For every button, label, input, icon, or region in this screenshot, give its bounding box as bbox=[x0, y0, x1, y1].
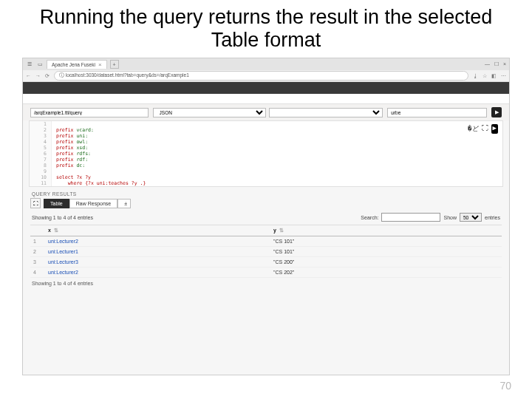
sort-icon: ⇅ bbox=[54, 228, 58, 233]
code-text: prefix rdfs: bbox=[52, 151, 94, 157]
code-text bbox=[52, 121, 56, 127]
code-line[interactable]: 6prefix rdfs: bbox=[30, 151, 502, 157]
forward-icon[interactable]: → bbox=[35, 73, 41, 78]
expand-icon[interactable]: ⛶ bbox=[30, 198, 41, 208]
gutter: 8 bbox=[30, 163, 52, 168]
table-row: 1uni:Lecturer2"CS 101" bbox=[30, 236, 502, 247]
gutter: 11 bbox=[30, 180, 52, 186]
format-select-2[interactable] bbox=[269, 108, 383, 117]
gutter: 9 bbox=[30, 168, 52, 174]
code-line[interactable]: 4prefix owl: bbox=[30, 139, 502, 145]
cell-y: "CS 200" bbox=[273, 259, 499, 265]
search-input[interactable] bbox=[381, 213, 440, 222]
code-line[interactable]: 9 bbox=[30, 168, 502, 174]
results-table: x⇅ y⇅ 1uni:Lecturer2"CS 101"2uni:Lecture… bbox=[30, 225, 502, 278]
maximize-icon[interactable]: ☐ bbox=[494, 61, 499, 67]
cell-index: 4 bbox=[33, 270, 48, 275]
close-window-icon[interactable]: × bbox=[503, 61, 506, 67]
table-row: 2uni:Lecturer1"CS 101" bbox=[30, 247, 502, 257]
code-line[interactable]: 3prefix uni: bbox=[30, 133, 502, 139]
search-label: Search: bbox=[361, 215, 378, 220]
cell-y: "CS 202" bbox=[273, 270, 499, 275]
window-icon: ▭ bbox=[36, 61, 44, 68]
table-footer: Showing 1 to 4 of 4 entries bbox=[23, 278, 509, 289]
window-controls: — ☐ × bbox=[485, 61, 506, 67]
new-tab-button[interactable]: + bbox=[110, 60, 119, 69]
code-text: prefix rdf: bbox=[52, 157, 91, 163]
tab-raw-response[interactable]: Raw Response bbox=[69, 199, 117, 208]
code-text: where {?x uni:teaches ?y .} bbox=[52, 180, 146, 186]
close-icon[interactable]: × bbox=[98, 61, 102, 68]
browser-tab[interactable]: Apache Jena Fuseki × bbox=[47, 60, 107, 69]
menu-icon[interactable]: ☰ bbox=[26, 61, 33, 68]
cell-x[interactable]: uni:Lecturer2 bbox=[48, 270, 273, 275]
cell-index: 3 bbox=[33, 259, 48, 265]
code-line[interactable]: 7prefix rdf: bbox=[30, 157, 502, 163]
format-select[interactable]: JSON bbox=[153, 108, 267, 117]
result-view-tabs: ⛶ Table Raw Response ± bbox=[23, 198, 509, 211]
cell-y: "CS 101" bbox=[273, 249, 499, 254]
fullscreen-icon[interactable]: ⛶ bbox=[482, 124, 488, 134]
code-line[interactable]: 2prefix vcard: bbox=[30, 127, 502, 133]
run-query-button[interactable]: ▶ bbox=[491, 107, 502, 117]
bookmark-icon[interactable]: ☆ bbox=[482, 73, 487, 79]
slide-title: Running the query returns the result in … bbox=[0, 0, 532, 53]
gutter: 1 bbox=[30, 121, 52, 127]
download-icon[interactable]: ⭳ bbox=[473, 73, 478, 79]
slide-number: 70 bbox=[499, 380, 511, 392]
minimize-icon[interactable]: — bbox=[485, 61, 490, 67]
cell-x[interactable]: uni:Lecturer2 bbox=[48, 239, 273, 244]
gutter: 4 bbox=[30, 139, 52, 145]
sparql-editor[interactable]: �ど ⛶ ▶ 12prefix vcard: 3prefix uni: 4pre… bbox=[29, 120, 503, 187]
cell-x[interactable]: uni:Lecturer3 bbox=[48, 259, 273, 265]
query-controls-row: JSON ▶ bbox=[23, 104, 509, 120]
col-y[interactable]: y⇅ bbox=[273, 228, 499, 233]
table-row: 3uni:Lecturer3"CS 200" bbox=[30, 257, 502, 267]
content-type-input[interactable] bbox=[387, 108, 487, 117]
code-text: select ?x ?y bbox=[52, 174, 91, 180]
gutter: 5 bbox=[30, 145, 52, 151]
code-line[interactable]: 8prefix dc: bbox=[30, 163, 502, 168]
page-size-select[interactable]: 50 bbox=[460, 213, 482, 222]
back-icon[interactable]: ← bbox=[26, 73, 31, 78]
table-controls: Showing 1 to 4 of 4 entries Search: Show… bbox=[23, 211, 509, 225]
cell-x[interactable]: uni:Lecturer1 bbox=[48, 249, 273, 254]
show-label: Show bbox=[443, 215, 457, 220]
gutter: 6 bbox=[30, 151, 52, 157]
editor-toolbar: �ど ⛶ ▶ bbox=[468, 124, 498, 134]
showing-text: Showing 1 to 4 of 4 entries bbox=[32, 215, 93, 220]
code-text: prefix xsd: bbox=[52, 145, 91, 151]
toggle-columns-button[interactable]: ± bbox=[117, 199, 131, 208]
code-line[interactable]: 1 bbox=[30, 121, 502, 127]
reload-icon[interactable]: ⟳ bbox=[45, 73, 50, 79]
sort-icon: ⇅ bbox=[279, 228, 284, 233]
results-header: QUERY RESULTS bbox=[23, 187, 509, 198]
code-line[interactable]: 10select ?x ?y bbox=[30, 174, 502, 180]
code-line[interactable]: 5prefix xsd: bbox=[30, 145, 502, 151]
play-icon[interactable]: ▶ bbox=[491, 124, 498, 134]
gutter: 7 bbox=[30, 157, 52, 163]
cell-index: 2 bbox=[33, 249, 48, 254]
share-icon[interactable]: �ど bbox=[468, 124, 478, 134]
tab-table[interactable]: Table bbox=[44, 199, 69, 208]
table-row: 4uni:Lecturer2"CS 202" bbox=[30, 267, 502, 278]
sub-header bbox=[23, 94, 509, 104]
extensions-icon[interactable]: ◧ bbox=[491, 73, 497, 79]
col-x[interactable]: x⇅ bbox=[48, 228, 273, 233]
code-text bbox=[52, 168, 56, 174]
app-header-strip bbox=[23, 82, 509, 94]
code-text: prefix dc: bbox=[52, 163, 88, 168]
browser-tabbar: ☰ ▭ Apache Jena Fuseki × + — ☐ × bbox=[23, 58, 509, 70]
dataset-input[interactable] bbox=[30, 108, 149, 117]
table-header-row: x⇅ y⇅ bbox=[30, 225, 502, 236]
entries-label: entries bbox=[485, 215, 500, 220]
url-text: localhost:3030/dataset.html?tab=query&ds… bbox=[66, 72, 189, 78]
browser-window: ☰ ▭ Apache Jena Fuseki × + — ☐ × ← → ⟳ ⓘ… bbox=[22, 58, 510, 375]
url-input[interactable]: ⓘ localhost:3030/dataset.html?tab=query&… bbox=[54, 71, 468, 81]
cell-y: "CS 101" bbox=[273, 239, 499, 244]
overflow-icon[interactable]: ⋯ bbox=[501, 73, 506, 79]
code-text: prefix vcard: bbox=[52, 127, 97, 133]
code-text: prefix owl: bbox=[52, 139, 91, 145]
tab-title: Apache Jena Fuseki bbox=[52, 62, 95, 67]
code-line[interactable]: 11 where {?x uni:teaches ?y .} bbox=[30, 180, 502, 186]
